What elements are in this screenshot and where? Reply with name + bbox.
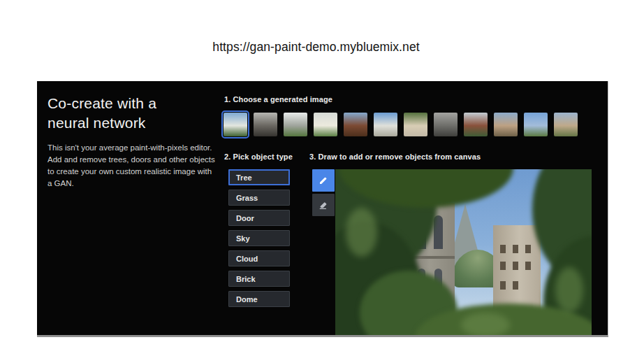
step3-label: 3. Draw to add or remove objects from ca… [309,152,481,161]
object-type-grass-button[interactable]: Grass [228,190,290,206]
leaf-highlight [555,267,583,313]
leaf-highlight [346,208,377,257]
object-type-sky-button[interactable]: Sky [228,230,290,246]
page-title: Co-create with a neural network [47,94,184,132]
thumbnail-strip [224,113,578,136]
draw-canvas[interactable] [335,169,592,335]
object-type-door-button[interactable]: Door [228,210,290,226]
thumbnail-6[interactable] [374,113,397,136]
step2-label: 2. Pick object type [224,152,293,161]
thumbnail-1[interactable] [224,113,247,136]
intro-description: This isn't your average paint-with-pixel… [47,142,217,190]
thumbnail-5[interactable] [344,113,367,136]
thumbnail-4[interactable] [314,113,337,136]
tool-column [312,169,335,218]
object-type-brick-button[interactable]: Brick [228,271,290,287]
gan-paint-app-panel: Co-create with a neural network This isn… [37,81,608,337]
page-url-caption: https://gan-paint-demo.mybluemix.net [0,40,632,55]
intro-section: Co-create with a neural network This isn… [47,94,219,190]
object-type-list: TreeGrassDoorSkyCloudBrickDome [228,169,290,311]
thumbnail-3[interactable] [284,113,307,136]
object-type-cloud-button[interactable]: Cloud [228,250,290,266]
thumbnail-7[interactable] [404,113,427,136]
thumbnail-2[interactable] [254,113,277,136]
pencil-icon [318,175,329,186]
thumbnail-12[interactable] [554,113,578,136]
object-type-tree-button[interactable]: Tree [228,169,290,185]
step1-label: 1. Choose a generated image [224,95,332,104]
object-type-dome-button[interactable]: Dome [228,291,290,307]
eraser-icon [318,199,329,211]
thumbnail-9[interactable] [464,113,488,136]
draw-tool-button[interactable] [312,169,335,192]
thumbnail-11[interactable] [524,113,548,136]
thumbnail-8[interactable] [434,113,458,136]
erase-tool-button[interactable] [312,194,335,216]
leaf-highlight [461,313,510,335]
thumbnail-10[interactable] [494,113,518,136]
